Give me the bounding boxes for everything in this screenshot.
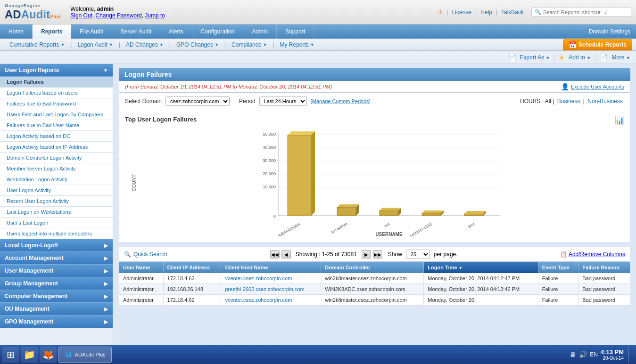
export-as-link[interactable]: Export As ▼: [520, 54, 550, 61]
sidebar-item-failures-bad-username[interactable]: Failures due to Bad User Name: [0, 120, 113, 131]
domain-settings-link[interactable]: Domain Settings: [583, 28, 636, 35]
section-arrow-2-icon: ▶: [104, 243, 108, 248]
sidebar-item-logon-failures[interactable]: Logon Failures: [0, 77, 113, 88]
content-wrapper: User Logon Reports ▼ Logon Failures Logo…: [0, 64, 636, 345]
exclude-link[interactable]: Exclude User Accounts: [571, 84, 624, 89]
sidebar-item-user-logon-activity[interactable]: User Logon Activity: [0, 185, 113, 196]
per-page-label: per page.: [434, 251, 458, 258]
col-event-type[interactable]: Event Type: [538, 262, 578, 273]
y-axis-label: COUNT: [132, 174, 137, 191]
nav-alerts[interactable]: Alerts: [160, 24, 192, 39]
sidebar-item-last-logon-workstations[interactable]: Last Logon on Workstations: [0, 207, 113, 218]
sidebar-section-local-logon[interactable]: Local Logon-Logoff ▶: [0, 239, 113, 252]
nav-home[interactable]: Home: [0, 24, 33, 39]
sub-nav-compliance[interactable]: Compliance ▼: [226, 39, 273, 51]
cell-ip: 192.168.26.148: [163, 284, 221, 295]
more-link[interactable]: More ▼: [611, 54, 630, 61]
sidebar-section-user-mgmt[interactable]: User Management ▶: [0, 265, 113, 277]
sidebar-item-failures-bad-password[interactable]: Failures due to Bad Password: [0, 98, 113, 109]
sidebar-section-account-mgmt[interactable]: Account Management ▶: [0, 252, 113, 265]
svg-text:40,000: 40,000: [263, 145, 276, 150]
sub-nav-my-reports[interactable]: My Reports ▼: [274, 39, 320, 51]
sidebar-item-dc-logon-activity[interactable]: Domain Controller Logon Activity: [0, 153, 113, 163]
svg-marker-23: [422, 210, 444, 213]
sub-nav-gpo-changes[interactable]: GPO Changes ▼: [171, 39, 224, 51]
sub-nav-cumulative[interactable]: Cumulative Reports ▼: [4, 39, 70, 51]
prev-page-btn[interactable]: ◀: [281, 250, 291, 259]
business-hours-link[interactable]: Business: [557, 98, 580, 105]
help-link[interactable]: Help: [480, 9, 492, 16]
nav-server-audit[interactable]: Server Audit: [112, 24, 160, 39]
per-page-select[interactable]: 25 50 100: [406, 250, 430, 259]
sidebar-section-ou-mgmt[interactable]: OU Management ▶: [0, 303, 113, 315]
col-client-host[interactable]: Client Host Name: [221, 262, 321, 273]
nav-admin[interactable]: Admin: [243, 24, 277, 39]
first-page-btn[interactable]: ◀◀: [270, 250, 280, 259]
col-domain-controller[interactable]: Domain Controller: [321, 262, 424, 273]
search-input[interactable]: [543, 9, 628, 15]
svg-text:0: 0: [273, 214, 275, 218]
sub-nav-logon-audit[interactable]: Logon Audit ▼: [72, 39, 118, 51]
host-link[interactable]: vcenter.csez.zohocorpin.com: [225, 297, 292, 303]
sub-nav-ad-changes[interactable]: AD Changes ▼: [120, 39, 169, 51]
sidebar-section-group-mgmt[interactable]: Group Management ▶: [0, 277, 113, 290]
cell-host: vcenter.csez.zohocorpin.com: [221, 273, 321, 284]
section-arrow-7-icon: ▶: [104, 307, 108, 312]
host-link[interactable]: preethi-2602.csez.zohocorpin.com: [225, 286, 304, 292]
section-arrow-8-icon: ▶: [104, 319, 108, 324]
table-row: Administrator 172.18.4.62 vcenter.csez.z…: [119, 273, 630, 284]
talkback-link[interactable]: TalkBack: [501, 9, 524, 16]
export-icon: 📄: [508, 54, 516, 61]
sidebar-item-users-last-logon[interactable]: User's Last Logon: [0, 218, 113, 228]
col-logon-time[interactable]: Logon Time ▼: [424, 262, 538, 273]
cell-ip: 172.18.4.62: [163, 295, 221, 306]
sidebar-item-users-multiple-computers[interactable]: Users logged into multiple computers: [0, 228, 113, 239]
section-arrow-3-icon: ▶: [104, 256, 108, 261]
nav-support[interactable]: Support: [277, 24, 314, 39]
sidebar-section-computer-mgmt[interactable]: Computer Management ▶: [0, 290, 113, 303]
svg-marker-14: [288, 131, 315, 135]
cell-reason: Bad password: [578, 295, 630, 306]
cell-dc: WIN2K8ADC.csez.zohocorpin.com: [321, 284, 424, 295]
license-link[interactable]: License: [452, 9, 471, 16]
svg-text:USERNAME: USERNAME: [375, 232, 403, 237]
svg-text:30,000: 30,000: [263, 158, 276, 163]
add-to-link[interactable]: Add to ▼: [569, 54, 591, 61]
col-failure-reason[interactable]: Failure Reason: [578, 262, 630, 273]
jump-to-link[interactable]: Jump to: [145, 12, 165, 19]
domain-select[interactable]: csez.zohocorpin.com: [165, 97, 230, 106]
sidebar-item-logon-failures-users[interactable]: Logon Failures based on users: [0, 88, 113, 98]
sidebar-section-gpo-mgmt[interactable]: GPO Management ▶: [0, 315, 113, 328]
change-password-link[interactable]: Change Password: [96, 12, 142, 19]
sidebar: User Logon Reports ▼ Logon Failures Logo…: [0, 64, 113, 345]
sidebar-section-user-logon[interactable]: User Logon Reports ▼: [0, 64, 113, 77]
sign-out-link[interactable]: Sign Out: [70, 12, 92, 19]
manage-custom-periods-link[interactable]: [Manage Custom Periods]: [311, 98, 371, 104]
non-business-hours-link[interactable]: Non-Business: [587, 98, 623, 105]
host-link[interactable]: vcenter.csez.zohocorpin.com: [225, 275, 292, 281]
logo-text: ADAudit: [5, 8, 50, 21]
sidebar-item-logon-dc[interactable]: Logon Activity based on DC: [0, 131, 113, 142]
nav-reports[interactable]: Reports: [33, 24, 71, 39]
chart-icon[interactable]: 📊: [615, 116, 624, 125]
next-page-btn[interactable]: ▶: [362, 250, 371, 259]
sidebar-item-workstation-logon[interactable]: Workstation Logon Activity: [0, 174, 113, 185]
table-row: Administrator 192.168.26.148 preethi-260…: [119, 284, 630, 295]
nav-file-audit[interactable]: File Audit: [71, 24, 112, 39]
nav-configuration[interactable]: Configuration: [192, 24, 243, 39]
quick-search-link[interactable]: Quick Search: [133, 251, 167, 258]
sidebar-item-member-server-logon[interactable]: Member Server Logon Activity: [0, 163, 113, 174]
col-client-ip[interactable]: Client IP Address: [163, 262, 221, 273]
sidebar-item-first-last-logon[interactable]: Users First and Last Logon By Computers: [0, 109, 113, 120]
last-page-btn[interactable]: ▶▶: [373, 250, 382, 259]
cell-event: Failure: [538, 295, 578, 306]
period-select[interactable]: Last 24 Hours: [259, 97, 307, 106]
schedule-reports-button[interactable]: 📅 Schedule Reports: [563, 39, 632, 50]
sidebar-item-logon-ip[interactable]: Logon Activity based on IP Address: [0, 142, 113, 153]
col-username[interactable]: User Name: [119, 262, 164, 273]
svg-marker-17: [337, 204, 359, 207]
svg-text:10,000: 10,000: [263, 185, 276, 189]
add-remove-columns-link[interactable]: Add/Remove Columns: [569, 251, 625, 258]
sidebar-item-recent-user-logon[interactable]: Recent User Logon Activity: [0, 196, 113, 207]
sidebar-collapse-btn[interactable]: ◀: [113, 205, 113, 219]
